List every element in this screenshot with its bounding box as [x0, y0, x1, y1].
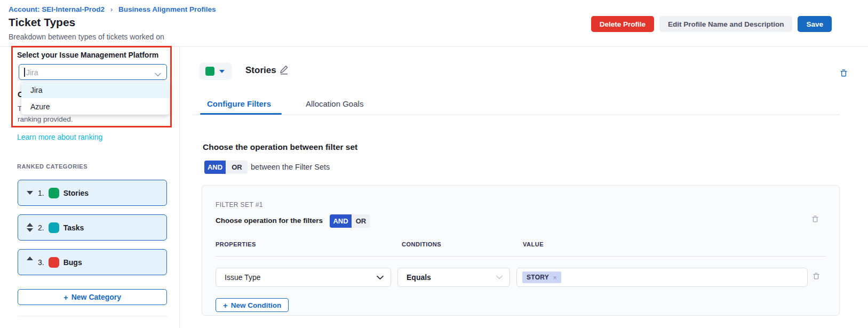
- chevron-down-icon: [155, 69, 161, 79]
- new-category-button[interactable]: + New Category: [18, 289, 167, 305]
- breadcrumb: Account: SEI-Internal-Prod2 › Business A…: [9, 5, 216, 13]
- caret-down-icon: [219, 70, 225, 73]
- delete-profile-button[interactable]: Delete Profile: [591, 16, 654, 32]
- platform-option-jira[interactable]: Jira: [21, 82, 170, 98]
- column-header-properties: PROPERTIES: [216, 241, 256, 247]
- text-cursor: [24, 68, 25, 77]
- and-toggle[interactable]: AND: [204, 161, 226, 174]
- category-name: Bugs: [63, 258, 82, 267]
- sort-up-icon[interactable]: [27, 257, 33, 260]
- active-tab-underline: [200, 113, 282, 115]
- sort-up-icon[interactable]: [27, 223, 33, 227]
- pencil-icon: [279, 68, 289, 76]
- filters-operator-toggle: AND OR: [330, 214, 370, 228]
- app-root: Account: SEI-Internal-Prod2 › Business A…: [0, 0, 868, 328]
- chevron-down-icon: [377, 275, 384, 280]
- filter-set-card: [202, 185, 840, 316]
- or-toggle[interactable]: OR: [352, 214, 370, 228]
- and-toggle[interactable]: AND: [330, 214, 352, 228]
- sort-down-icon[interactable]: [27, 228, 33, 232]
- column-header-conditions: CONDITIONS: [402, 241, 441, 247]
- platform-select-input[interactable]: Jira: [19, 64, 167, 80]
- category-rank: 2.: [38, 223, 44, 232]
- page-subtitle: Breakdown between types of tickets worke…: [9, 33, 164, 41]
- tab-configure-filters[interactable]: Configure Filters: [207, 99, 271, 108]
- category-rank: 1.: [38, 189, 44, 197]
- category-color-swatch: [49, 188, 59, 198]
- category-color-swatch: [49, 257, 59, 268]
- breadcrumb-profiles-link[interactable]: Business Alignment Profiles: [118, 5, 216, 13]
- trash-icon: [811, 217, 819, 225]
- delete-condition-button[interactable]: [812, 271, 821, 281]
- save-button[interactable]: Save: [798, 16, 832, 32]
- new-category-label: New Category: [71, 293, 121, 301]
- condition-value: Equals: [407, 273, 431, 282]
- category-card-bugs[interactable]: 3. Bugs: [18, 249, 167, 275]
- selected-category-title: Stories: [245, 65, 276, 76]
- breadcrumb-separator-icon: ›: [110, 5, 113, 13]
- platform-placeholder: Jira: [26, 68, 38, 77]
- new-condition-label: New Condition: [231, 301, 282, 309]
- tab-allocation-goals[interactable]: Allocation Goals: [306, 99, 363, 108]
- trash-icon: [839, 71, 848, 79]
- category-card-tasks[interactable]: 2. Tasks: [18, 214, 167, 241]
- filter-set-divider: [216, 256, 826, 257]
- sort-arrows: [26, 223, 34, 232]
- platform-dropdown-menu: Jira Azure: [21, 82, 170, 115]
- sidebar-divider: [18, 316, 167, 316]
- category-name: Stories: [63, 189, 89, 197]
- category-name: Tasks: [63, 223, 84, 232]
- property-select[interactable]: Issue Type: [216, 268, 391, 287]
- obscured-text-fragment: ranking provided.: [18, 115, 73, 123]
- page-title: Ticket Types: [9, 16, 75, 29]
- plus-icon: +: [223, 301, 228, 309]
- category-color-dropdown[interactable]: [199, 62, 232, 80]
- category-rank: 3.: [38, 258, 44, 267]
- learn-more-ranking-link[interactable]: Learn more about ranking: [17, 133, 102, 141]
- column-header-value: VALUE: [523, 241, 544, 247]
- filter-set-title: FILTER SET #1: [216, 201, 263, 209]
- operator-caption: between the Filter Sets: [251, 163, 330, 171]
- filters-operation-label: Choose operation for the filters: [216, 217, 323, 225]
- category-color-swatch: [49, 222, 59, 233]
- filter-set-operator-toggle: AND OR: [204, 161, 248, 174]
- category-card-stories[interactable]: 1. Stories: [18, 180, 167, 206]
- platform-select-label: Select your Issue Management Platform: [17, 51, 158, 59]
- plus-icon: +: [63, 293, 68, 301]
- ranked-categories-heading: RANKED CATEGORIES: [17, 163, 87, 170]
- condition-select[interactable]: Equals: [397, 268, 510, 287]
- sort-down-icon[interactable]: [27, 191, 33, 195]
- delete-category-button[interactable]: [839, 68, 848, 78]
- new-condition-button[interactable]: + New Condition: [216, 298, 289, 312]
- delete-filter-set-button[interactable]: [811, 214, 819, 223]
- header-actions: Delete Profile Edit Profile Name and Des…: [591, 16, 832, 32]
- sort-arrows: [26, 191, 34, 195]
- tag-label: STORY: [527, 274, 549, 281]
- property-value: Issue Type: [225, 273, 260, 282]
- page-header: Account: SEI-Internal-Prod2 › Business A…: [0, 0, 868, 47]
- breadcrumb-account-link[interactable]: Account: SEI-Internal-Prod2: [9, 5, 105, 13]
- edit-profile-button[interactable]: Edit Profile Name and Description: [659, 16, 793, 32]
- platform-option-azure[interactable]: Azure: [21, 98, 170, 115]
- edit-category-name-button[interactable]: [279, 65, 289, 75]
- trash-icon: [812, 274, 821, 282]
- chevron-down-icon: [496, 275, 503, 279]
- tabstrip-border: [193, 115, 840, 115]
- filter-set-operation-heading: Choose the operation between filter set: [203, 142, 357, 152]
- sort-arrows: [26, 260, 34, 264]
- value-tag-story: STORY ×: [522, 271, 561, 283]
- value-multiselect-field[interactable]: STORY ×: [516, 268, 808, 287]
- remove-tag-icon[interactable]: ×: [553, 274, 557, 282]
- color-swatch: [205, 67, 214, 76]
- or-toggle[interactable]: OR: [226, 161, 248, 174]
